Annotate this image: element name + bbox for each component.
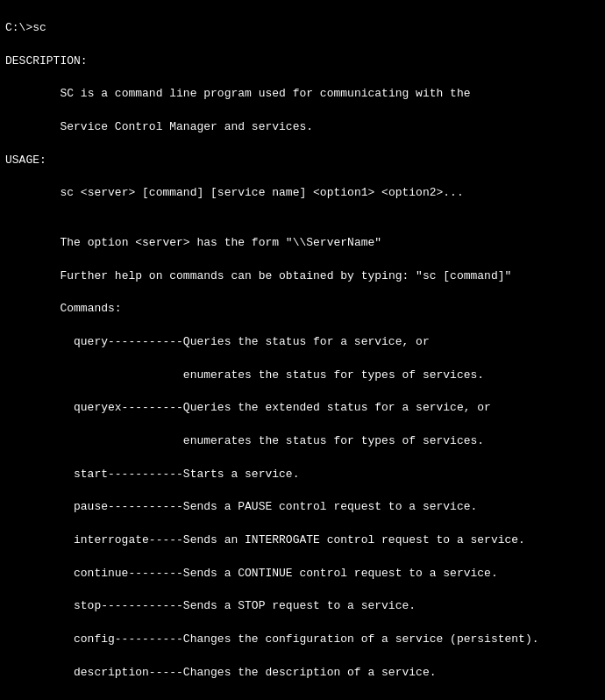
- terminal-line-0: C:\>sc: [5, 20, 600, 37]
- terminal-line-9: Commands:: [5, 301, 600, 318]
- terminal-line-5: sc <server> [command] [service name] <op…: [5, 185, 600, 202]
- terminal-line-16: interrogate-----Sends an INTERROGATE con…: [5, 532, 600, 549]
- terminal-line-20: description-----Changes the description …: [5, 665, 600, 682]
- terminal-line-10: query-----------Queries the status for a…: [5, 334, 600, 351]
- terminal-line-14: start-----------Starts a service.: [5, 467, 600, 483]
- terminal-line-7: The option <server> has the form "\\Serv…: [5, 235, 600, 252]
- terminal-line-18: stop------------Sends a STOP request to …: [5, 598, 600, 615]
- terminal-line-11: enumerates the status for types of servi…: [5, 368, 600, 384]
- terminal-line-17: continue--------Sends a CONTINUE control…: [5, 566, 600, 582]
- terminal-line-12: queryex---------Queries the extended sta…: [5, 400, 600, 417]
- terminal-line-15: pause-----------Sends a PAUSE control re…: [5, 499, 600, 516]
- terminal-line-1: DESCRIPTION:: [5, 54, 600, 70]
- terminal-line-4: USAGE:: [5, 153, 600, 169]
- terminal-line-19: config----------Changes the configuratio…: [5, 632, 600, 648]
- terminal-line-13: enumerates the status for types of servi…: [5, 433, 600, 450]
- terminal-output: C:\>sc DESCRIPTION: SC is a command line…: [5, 4, 600, 700]
- terminal-line-8: Further help on commands can be obtained…: [5, 268, 600, 285]
- terminal-line-2: SC is a command line program used for co…: [5, 86, 600, 103]
- terminal-line-3: Service Control Manager and services.: [5, 119, 600, 136]
